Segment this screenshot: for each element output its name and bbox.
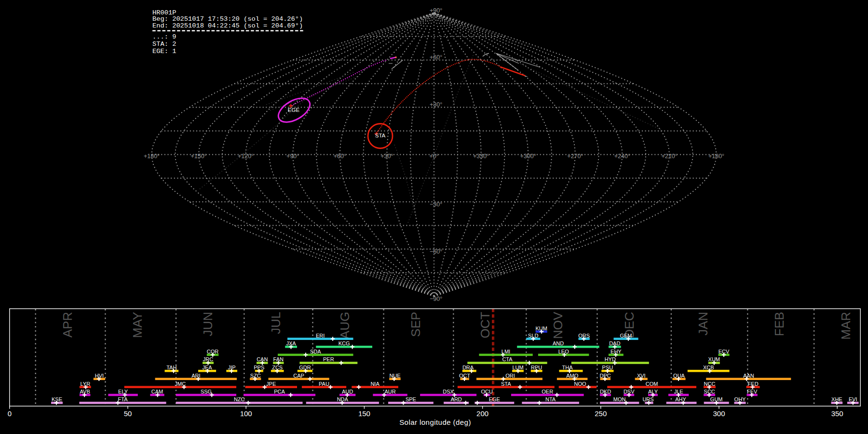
svg-text:XUM: XUM — [708, 356, 720, 362]
svg-text:JAN: JAN — [696, 312, 710, 336]
svg-text:200: 200 — [476, 409, 488, 418]
svg-text:ELY: ELY — [118, 389, 128, 394]
svg-text:PPS: PPS — [254, 365, 264, 370]
svg-text:CAM: CAM — [151, 389, 163, 394]
svg-text:OHY: OHY — [734, 396, 746, 402]
svg-text:Solar longitude (deg): Solar longitude (deg) — [399, 418, 471, 426]
svg-text:ERI: ERI — [316, 333, 325, 339]
svg-text:SPE: SPE — [406, 396, 416, 402]
svg-text:KCG: KCG — [339, 340, 350, 346]
svg-text:OCT: OCT — [478, 312, 493, 338]
svg-text:AUG: AUG — [338, 312, 352, 339]
svg-text:0: 0 — [8, 409, 12, 418]
svg-text:MON: MON — [613, 396, 626, 402]
svg-text:AUR: AUR — [384, 389, 395, 394]
svg-text:AHY: AHY — [675, 396, 686, 402]
svg-text:ECV: ECV — [719, 349, 730, 354]
svg-text:−30°: −30° — [430, 201, 442, 208]
svg-text:JUL: JUL — [269, 312, 284, 334]
svg-text:GEM: GEM — [620, 333, 632, 339]
svg-text:STA: STA — [375, 133, 386, 138]
svg-text:QUA: QUA — [673, 373, 685, 379]
svg-text:KUM: KUM — [535, 326, 547, 331]
svg-text:DPC: DPC — [600, 373, 611, 379]
svg-text:LYR: LYR — [81, 381, 91, 387]
svg-text:PCA: PCA — [274, 389, 285, 394]
svg-text:OCT: OCT — [459, 373, 471, 379]
svg-text:PER: PER — [323, 356, 334, 362]
svg-text:JLE: JLE — [674, 389, 683, 394]
svg-text:NOO: NOO — [574, 381, 586, 387]
svg-text:300: 300 — [713, 409, 725, 418]
svg-text:FEB: FEB — [773, 312, 787, 337]
svg-text:−60°: −60° — [430, 248, 442, 255]
svg-text:COM: COM — [646, 381, 658, 387]
svg-text:NIA: NIA — [370, 381, 380, 387]
svg-text:CTA: CTA — [502, 356, 513, 362]
svg-text:AND: AND — [553, 340, 564, 346]
svg-text:EGE: EGE — [489, 396, 500, 402]
svg-text:LMI: LMI — [502, 349, 510, 354]
svg-text:NUE: NUE — [389, 373, 400, 379]
svg-text:ARI: ARI — [191, 373, 200, 379]
svg-text:KSE: KSE — [52, 396, 62, 402]
svg-text:250: 250 — [595, 409, 607, 418]
svg-text:50: 50 — [124, 409, 132, 418]
svg-text:+330°: +330° — [473, 153, 489, 160]
svg-text:+180°: +180° — [144, 153, 160, 160]
svg-text:GUM: GUM — [710, 396, 723, 402]
svg-text:NTA: NTA — [545, 396, 556, 402]
svg-text:100: 100 — [240, 409, 252, 418]
svg-text:DKD: DKD — [600, 389, 611, 394]
svg-text:HYD: HYD — [605, 356, 616, 362]
svg-text:STA: 2: STA: 2 — [152, 41, 176, 48]
svg-text:XCB: XCB — [703, 365, 714, 370]
svg-text:MAY: MAY — [130, 312, 145, 338]
svg-text:GDR: GDR — [299, 365, 311, 370]
svg-text:JEA: JEA — [203, 365, 213, 370]
svg-text:AMO: AMO — [566, 373, 579, 379]
svg-text:ZCS: ZCS — [272, 365, 283, 370]
svg-text:NDA: NDA — [337, 396, 349, 402]
svg-text:DSX: DSX — [443, 389, 454, 394]
svg-text:+240°: +240° — [614, 153, 630, 160]
svg-text:JXA: JXA — [286, 340, 297, 346]
svg-text:FTA: FTA — [118, 396, 128, 402]
svg-text:MAR: MAR — [839, 312, 853, 340]
svg-text:ALY: ALY — [648, 389, 658, 394]
svg-text:EHY: EHY — [610, 349, 622, 354]
svg-text:ORI: ORI — [505, 373, 515, 379]
svg-text:FEV: FEV — [747, 389, 758, 394]
svg-text:COR: COR — [207, 349, 219, 354]
svg-text:AAN: AAN — [743, 373, 754, 379]
svg-text:RPU: RPU — [531, 365, 542, 370]
svg-text:+120°: +120° — [238, 153, 254, 160]
svg-text:XHE: XHE — [831, 396, 842, 402]
svg-text:+90°: +90° — [286, 153, 299, 160]
svg-text:SDA: SDA — [310, 349, 321, 354]
svg-text:OER: OER — [542, 389, 553, 394]
svg-text:LUM: LUM — [512, 365, 523, 370]
svg-text:HVI: HVI — [95, 373, 104, 379]
svg-text:NCC: NCC — [704, 381, 716, 387]
svg-text:DSV: DSV — [624, 389, 635, 394]
svg-text:350: 350 — [831, 409, 843, 418]
svg-text:SZC: SZC — [250, 373, 261, 379]
svg-text:+30°: +30° — [430, 101, 442, 108]
svg-text:+60°: +60° — [334, 153, 346, 160]
svg-text:PAU: PAU — [319, 381, 329, 387]
svg-text:THA: THA — [562, 365, 573, 370]
svg-text:+180°: +180° — [708, 153, 724, 160]
svg-text:JMC: JMC — [175, 381, 186, 387]
svg-text:PSU: PSU — [602, 365, 613, 370]
svg-text:SSG: SSG — [201, 389, 212, 394]
svg-text:XVI: XVI — [637, 373, 646, 379]
svg-text:150: 150 — [358, 409, 370, 418]
svg-text:ORS: ORS — [578, 333, 590, 339]
svg-text:+300°: +300° — [520, 153, 536, 160]
svg-text:...: 9: ...: 9 — [152, 33, 176, 41]
svg-text:JIP: JIP — [228, 365, 236, 370]
svg-text:JRC: JRC — [203, 356, 213, 362]
svg-text:+0°: +0° — [429, 153, 438, 160]
svg-text:+210°: +210° — [661, 153, 677, 160]
